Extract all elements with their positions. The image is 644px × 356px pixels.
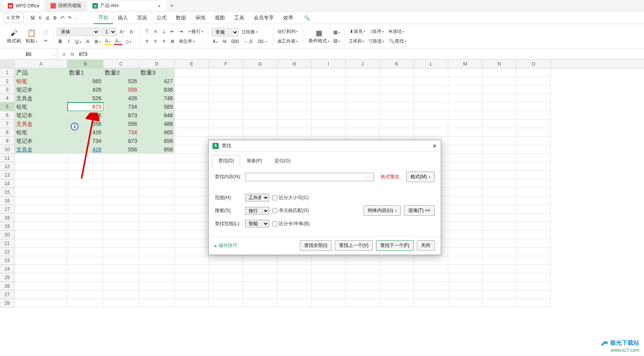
cell[interactable] [175, 102, 209, 111]
cell[interactable] [448, 248, 482, 256]
cell[interactable] [312, 111, 346, 120]
formula-input[interactable] [77, 51, 233, 57]
cell[interactable] [175, 137, 209, 145]
cell[interactable] [414, 111, 448, 120]
cell[interactable] [346, 256, 380, 265]
cell[interactable] [517, 171, 551, 179]
row-header[interactable]: 20 [0, 231, 15, 239]
cell[interactable] [209, 85, 243, 94]
tab-efficiency[interactable]: 效率 [278, 12, 298, 24]
cell[interactable] [380, 85, 414, 94]
cell[interactable] [15, 171, 68, 179]
cell[interactable] [517, 256, 551, 265]
cell[interactable] [68, 179, 103, 188]
cell[interactable] [15, 154, 68, 162]
cell[interactable] [209, 68, 243, 77]
column-header-C[interactable]: C [103, 60, 139, 68]
sort-button[interactable]: ↕ 排序▾ [368, 28, 385, 36]
number-format-select[interactable]: 常规 [211, 28, 238, 36]
cell[interactable]: 873 [68, 102, 103, 111]
whole-checkbox[interactable]: 单元格匹配(O) [272, 207, 309, 214]
column-header-B[interactable]: B [68, 60, 103, 68]
cell[interactable]: 笔记本 [15, 137, 68, 145]
cell[interactable]: 文具盒 [15, 120, 68, 128]
decrease-font-icon[interactable]: A⁻ [128, 28, 137, 35]
cell[interactable] [517, 120, 551, 128]
font-size-select[interactable]: 11 [101, 28, 117, 36]
cell[interactable] [448, 137, 482, 145]
cell[interactable] [448, 179, 482, 188]
tab-review[interactable]: 审阅 [191, 12, 210, 24]
cell[interactable] [175, 282, 209, 290]
cell[interactable] [175, 248, 209, 256]
cell[interactable] [277, 256, 312, 265]
cell[interactable] [312, 85, 346, 94]
cell[interactable] [482, 154, 517, 162]
cell[interactable]: 748 [139, 94, 175, 102]
row-header[interactable]: 16 [0, 196, 15, 205]
sum-button[interactable]: Σ 求和▾ [348, 37, 366, 45]
cell[interactable] [277, 273, 312, 282]
cell[interactable] [448, 111, 482, 120]
cell[interactable] [175, 179, 209, 188]
row-header[interactable]: 17 [0, 205, 15, 214]
align-right-icon[interactable]: ≡ [160, 38, 167, 45]
save-icon[interactable]: 🖫 [29, 14, 37, 21]
cell[interactable] [68, 196, 103, 205]
cell[interactable] [414, 256, 448, 265]
app-tab-template[interactable]: 找稻壳模板 [46, 1, 86, 11]
cell[interactable] [277, 282, 312, 290]
name-box[interactable]: ⌵ [0, 49, 57, 59]
find-prev-button[interactable]: 查找上一个(V) [335, 240, 373, 251]
cell[interactable]: 笔记本 [15, 85, 68, 94]
cell[interactable] [277, 290, 312, 299]
cell[interactable] [15, 222, 68, 231]
cell[interactable] [482, 265, 517, 273]
cell[interactable] [482, 102, 517, 111]
cell[interactable] [448, 222, 482, 231]
column-header-N[interactable]: N [482, 60, 517, 68]
row-header[interactable]: 3 [0, 85, 15, 94]
column-header-H[interactable]: H [277, 60, 312, 68]
font-color-icon[interactable]: A▾ [114, 38, 122, 45]
row-header[interactable]: 24 [0, 265, 15, 273]
chevron-down-icon[interactable]: ⌵ [53, 52, 55, 56]
search-select[interactable]: 按行 [245, 207, 269, 215]
cell[interactable] [243, 120, 277, 128]
cell[interactable] [380, 77, 414, 85]
cell[interactable]: 铅笔 [15, 102, 68, 111]
cell[interactable] [103, 154, 139, 162]
cell[interactable]: 734 [68, 137, 103, 145]
cell[interactable] [243, 111, 277, 120]
cell[interactable]: 565 [68, 77, 103, 85]
close-icon[interactable]: ✕ [432, 143, 437, 149]
cell[interactable] [380, 94, 414, 102]
cell[interactable] [15, 248, 68, 256]
cell[interactable] [15, 162, 68, 171]
cell[interactable] [175, 145, 209, 154]
cell[interactable] [482, 85, 517, 94]
export-icon[interactable]: ⎘ [37, 14, 44, 21]
cell[interactable]: 数量2 [103, 68, 139, 77]
cell[interactable] [346, 290, 380, 299]
percent-icon[interactable]: % [221, 38, 228, 45]
cell[interactable] [380, 290, 414, 299]
row-header[interactable]: 25 [0, 273, 15, 282]
cell[interactable] [103, 231, 139, 239]
cell[interactable]: 838 [139, 85, 175, 94]
row-header[interactable]: 6 [0, 111, 15, 120]
cell[interactable] [209, 265, 243, 273]
cell[interactable] [175, 154, 209, 162]
cell[interactable] [103, 179, 139, 188]
cell[interactable]: 556 [103, 120, 139, 128]
cell[interactable] [482, 145, 517, 154]
cell[interactable] [517, 77, 551, 85]
options-button[interactable]: 选项(T) << [404, 205, 435, 216]
find-button[interactable]: 🔍 查找▾ [387, 37, 408, 45]
cell[interactable] [175, 162, 209, 171]
cell[interactable] [380, 256, 414, 265]
cell[interactable] [68, 188, 103, 196]
row-header[interactable]: 19 [0, 222, 15, 231]
cell[interactable] [448, 171, 482, 179]
cell[interactable] [380, 68, 414, 77]
